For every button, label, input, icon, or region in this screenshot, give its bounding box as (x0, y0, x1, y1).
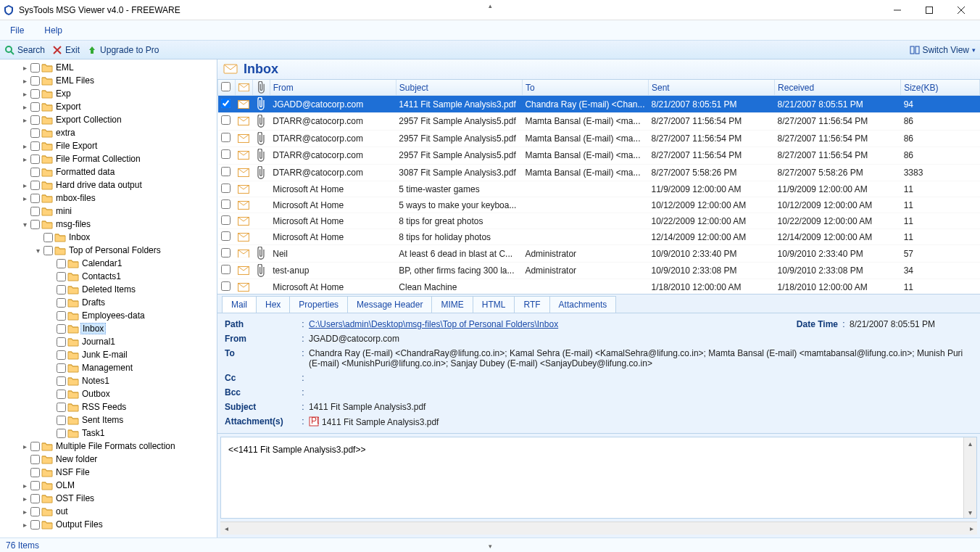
tab-message-header[interactable]: Message Header (347, 296, 432, 313)
expander-icon[interactable]: ▸ (20, 481, 29, 490)
tree-checkbox[interactable] (57, 311, 66, 321)
tree-label[interactable]: Task1 (80, 428, 106, 438)
tree-label[interactable]: OST Files (54, 493, 96, 503)
tree-item[interactable]: Journal1 (0, 335, 217, 348)
row-checkbox[interactable] (221, 265, 231, 274)
tree-item[interactable]: ▸EML (0, 61, 217, 74)
tree-checkbox[interactable] (30, 468, 40, 477)
row-checkbox[interactable] (221, 167, 231, 176)
col-sent[interactable]: Sent (649, 80, 775, 96)
tree-item[interactable]: ▸Export (0, 100, 217, 113)
tree-label[interactable]: New folder (54, 454, 99, 464)
tab-mail[interactable]: Mail (222, 296, 257, 313)
tree-item[interactable]: ▸Exp (0, 87, 217, 100)
row-checkbox[interactable] (221, 248, 231, 258)
tree-checkbox[interactable] (30, 63, 40, 73)
expander-icon[interactable]: ▸ (20, 141, 29, 150)
row-checkbox[interactable] (221, 184, 231, 193)
row-checkbox[interactable] (221, 231, 231, 241)
col-attachment[interactable] (252, 80, 270, 96)
tree-label[interactable]: Multiple File Formats collection (54, 441, 177, 451)
col-received[interactable]: Received (775, 80, 901, 96)
row-checkbox[interactable] (221, 281, 231, 291)
expander-icon[interactable]: ▾ (33, 246, 42, 255)
tree-label[interactable]: Deleted Items (80, 284, 137, 294)
tree-label[interactable]: out (54, 506, 70, 516)
tree-item[interactable]: Management (0, 361, 217, 374)
expander-icon[interactable]: ▸ (20, 102, 29, 111)
message-row[interactable]: test-anupBP, other firms facing 300 la..… (218, 262, 980, 279)
message-row[interactable]: Microsoft At Home5 ways to make your key… (218, 197, 980, 213)
col-checkbox[interactable] (218, 80, 236, 96)
tree-item[interactable]: RSS Feeds (0, 400, 217, 413)
tree-item[interactable]: ▸OST Files (0, 492, 217, 505)
tree-label[interactable]: File Export (54, 141, 99, 151)
tree-label[interactable]: EML (54, 62, 75, 73)
tree-checkbox[interactable] (57, 429, 66, 438)
tree-checkbox[interactable] (30, 207, 40, 216)
message-row[interactable]: DTARR@catocorp.com2957 Fit Sample Analys… (218, 130, 980, 147)
tree-checkbox[interactable] (57, 390, 66, 399)
tree-label[interactable]: RSS Feeds (80, 402, 128, 412)
tree-label[interactable]: Outbox (80, 389, 112, 399)
tree-label[interactable]: File Format Collection (54, 154, 142, 164)
tree-item[interactable]: ▸OLM (0, 479, 217, 492)
folder-tree[interactable]: ▸EML▸EML Files▸Exp▸Export▸Export Collect… (0, 61, 217, 531)
tree-label[interactable]: Journal1 (80, 337, 117, 347)
tree-label[interactable]: Top of Personal Folders (67, 245, 162, 255)
tree-item[interactable]: ▸mbox-files (0, 191, 217, 205)
tree-label[interactable]: Junk E-mail (80, 350, 129, 360)
tree-checkbox[interactable] (57, 337, 66, 347)
expander-icon[interactable]: ▸ (20, 89, 29, 98)
tree-checkbox[interactable] (30, 520, 40, 530)
tree-label[interactable]: Management (80, 363, 134, 373)
message-row[interactable]: DTARR@catocorp.com3087 Fit Sample Analys… (218, 164, 980, 181)
tree-checkbox[interactable] (57, 272, 66, 281)
message-grid[interactable]: From Subject To Sent Received Size(KB) J… (217, 80, 980, 294)
message-row[interactable]: Microsoft At HomeClean Machine1/18/2010 … (218, 279, 980, 294)
message-row[interactable]: DTARR@catocorp.com2957 Fit Sample Analys… (218, 112, 980, 130)
tree-item[interactable]: Task1 (0, 427, 217, 440)
tree-item[interactable]: ▸Multiple File Formats collection (0, 440, 217, 453)
tree-item[interactable]: ▾msg-files (0, 218, 217, 231)
row-checkbox[interactable] (221, 99, 231, 108)
col-from[interactable]: From (270, 80, 396, 96)
tree-checkbox[interactable] (57, 416, 66, 425)
row-checkbox[interactable] (221, 115, 231, 125)
tree-item[interactable]: Employees-data (0, 309, 217, 322)
tree-item[interactable]: Contacts1 (0, 270, 217, 283)
tree-item[interactable]: Inbox (0, 322, 217, 335)
tree-checkbox[interactable] (57, 324, 66, 334)
tree-checkbox[interactable] (30, 507, 40, 516)
tree-checkbox[interactable] (57, 350, 66, 360)
tree-item[interactable]: Inbox (0, 231, 217, 244)
tree-checkbox[interactable] (30, 494, 40, 503)
tree-checkbox[interactable] (43, 233, 53, 242)
tree-checkbox[interactable] (57, 363, 66, 373)
col-to[interactable]: To (522, 80, 648, 96)
tree-label[interactable]: Hard drive data output (54, 180, 144, 190)
tree-checkbox[interactable] (30, 220, 40, 229)
tree-item[interactable]: ▾Top of Personal Folders (0, 244, 217, 257)
tree-label[interactable]: Formatted data (54, 167, 116, 177)
tree-checkbox[interactable] (57, 285, 66, 294)
tree-label[interactable]: Notes1 (80, 376, 111, 386)
path-link[interactable]: C:\Users\admin\Desktop\msg-files\Top of … (309, 319, 558, 329)
tree-checkbox[interactable] (30, 155, 40, 164)
tree-label[interactable]: EML Files (54, 75, 96, 86)
message-row[interactable]: Microsoft At Home8 tips for great photos… (218, 213, 980, 229)
tree-item[interactable]: extra (0, 126, 217, 139)
tree-label[interactable]: OLM (54, 480, 76, 490)
menu-file[interactable]: File (6, 23, 28, 38)
row-checkbox[interactable] (221, 199, 231, 209)
tree-item[interactable]: ▸Output Files (0, 518, 217, 531)
tree-checkbox[interactable] (30, 76, 40, 86)
tree-item[interactable]: Outbox (0, 387, 217, 400)
body-scrollbar[interactable]: ▴▾ (963, 437, 976, 518)
message-row[interactable]: NeilAt least 6 dead in blast at C...Admi… (218, 245, 980, 263)
tree-item[interactable]: New folder (0, 453, 217, 466)
tree-label[interactable]: Exp (54, 88, 72, 99)
tree-label[interactable]: Inbox (67, 232, 91, 242)
tree-label[interactable]: Contacts1 (80, 271, 122, 281)
tree-item[interactable]: Drafts (0, 296, 217, 309)
